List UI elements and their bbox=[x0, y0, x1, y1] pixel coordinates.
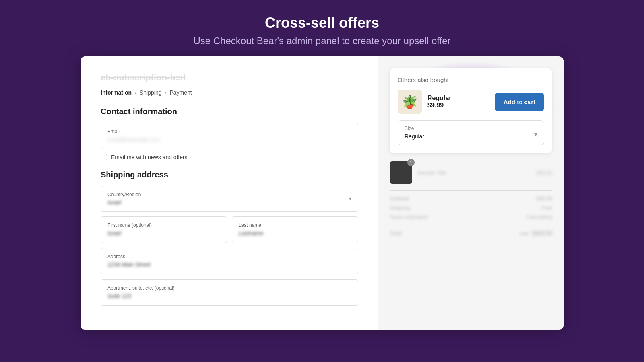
checkout-container: cb-subscription-test Information › Shipp… bbox=[80, 56, 564, 330]
subtotal-line: Subtotal $99.99 bbox=[390, 195, 552, 202]
breadcrumb-information[interactable]: Information bbox=[101, 89, 132, 96]
page-subtitle: Use Checkout Bear's admin panel to creat… bbox=[193, 35, 450, 47]
address-field[interactable]: Address 1234 Main Street bbox=[101, 248, 358, 274]
shipping-section: Shipping address Country/Region Israel ▾… bbox=[101, 170, 358, 306]
shipping-line: Shipping Free bbox=[390, 205, 552, 211]
add-to-cart-button[interactable]: Add to cart bbox=[495, 93, 544, 111]
first-name-field[interactable]: First name (optional) Israel bbox=[101, 216, 227, 243]
country-value: Israel bbox=[107, 199, 141, 206]
breadcrumb-shipping[interactable]: Shipping bbox=[140, 89, 162, 96]
product-info: Regular $9.99 bbox=[427, 95, 489, 109]
breadcrumb: Information › Shipping › Payment bbox=[101, 89, 358, 96]
order-item: 1 Sample Title $99.99 bbox=[390, 161, 552, 184]
first-name-value: Israel bbox=[107, 230, 121, 237]
total-currency: USD bbox=[519, 231, 528, 236]
taxes-label: Taxes estimated bbox=[390, 214, 427, 220]
last-name-label: Last name bbox=[239, 222, 351, 228]
product-row: 🪴 Regular $9.99 Add to cart bbox=[398, 90, 544, 114]
country-chevron-icon: ▾ bbox=[349, 196, 351, 202]
email-field-wrapper[interactable]: Email email@example.com bbox=[101, 123, 358, 149]
email-value: email@example.com bbox=[107, 136, 160, 143]
address-label: Address bbox=[107, 254, 351, 259]
last-name-field[interactable]: Last name Lastname bbox=[232, 216, 358, 243]
newsletter-label: Email me with news and offers bbox=[111, 154, 188, 160]
newsletter-checkbox[interactable] bbox=[101, 154, 107, 160]
shipping-value: Free bbox=[541, 205, 552, 211]
page-title: Cross-sell offers bbox=[193, 14, 450, 31]
breadcrumb-sep-2: › bbox=[165, 90, 167, 95]
subtotal-label: Subtotal bbox=[390, 195, 409, 202]
store-name: cb-subscription-test bbox=[101, 72, 358, 83]
left-panel: cb-subscription-test Information › Shipp… bbox=[80, 56, 378, 330]
taxes-value: Calculating bbox=[526, 214, 552, 220]
size-label: Size bbox=[405, 125, 424, 131]
crosssell-title: Others also bought bbox=[398, 76, 544, 83]
taxes-line: Taxes estimated Calculating bbox=[390, 214, 552, 220]
shipping-section-title: Shipping address bbox=[101, 170, 358, 179]
country-select[interactable]: Country/Region Israel ▾ bbox=[101, 186, 358, 212]
first-name-label: First name (optional) bbox=[107, 222, 220, 228]
country-label: Country/Region bbox=[107, 192, 141, 197]
order-total-row: Total USD $999.99 bbox=[390, 230, 552, 237]
order-item-price: $99.99 bbox=[536, 170, 552, 176]
product-price: $9.99 bbox=[427, 102, 489, 109]
address-value: 1234 Main Street bbox=[107, 261, 151, 268]
order-divider-2 bbox=[390, 225, 552, 225]
page-header: Cross-sell offers Use Checkout Bear's ad… bbox=[185, 0, 458, 56]
size-selector[interactable]: Size Regular ▾ bbox=[398, 120, 544, 145]
order-item-image: 1 bbox=[390, 161, 412, 184]
right-panel: Others also bought 🪴 Regular $9.99 Add t… bbox=[378, 56, 564, 330]
subtotal-value: $99.99 bbox=[536, 195, 552, 202]
crosssell-card: Others also bought 🪴 Regular $9.99 Add t… bbox=[390, 68, 552, 153]
newsletter-row: Email me with news and offers bbox=[101, 154, 358, 160]
last-name-value: Lastname bbox=[239, 230, 263, 237]
apt-field[interactable]: Apartment, suite, etc. (optional) Suite … bbox=[101, 279, 358, 306]
apt-value: Suite 123 bbox=[107, 293, 131, 299]
product-image: 🪴 bbox=[398, 90, 422, 114]
breadcrumb-sep-1: › bbox=[135, 90, 136, 95]
apt-label: Apartment, suite, etc. (optional) bbox=[107, 285, 351, 291]
product-name: Regular bbox=[427, 95, 489, 102]
total-label: Total bbox=[390, 230, 402, 237]
size-chevron-icon: ▾ bbox=[534, 130, 537, 138]
email-label: Email bbox=[107, 129, 351, 134]
order-divider bbox=[390, 190, 552, 191]
name-row: First name (optional) Israel Last name L… bbox=[101, 216, 358, 243]
breadcrumb-payment[interactable]: Payment bbox=[170, 89, 192, 96]
order-item-name: Sample Title bbox=[417, 170, 531, 176]
order-item-badge: 1 bbox=[407, 159, 415, 166]
total-price: $999.99 bbox=[532, 230, 552, 237]
contact-section-title: Contact information bbox=[101, 107, 358, 116]
shipping-label: Shipping bbox=[390, 205, 410, 211]
size-value: Regular bbox=[405, 133, 424, 140]
